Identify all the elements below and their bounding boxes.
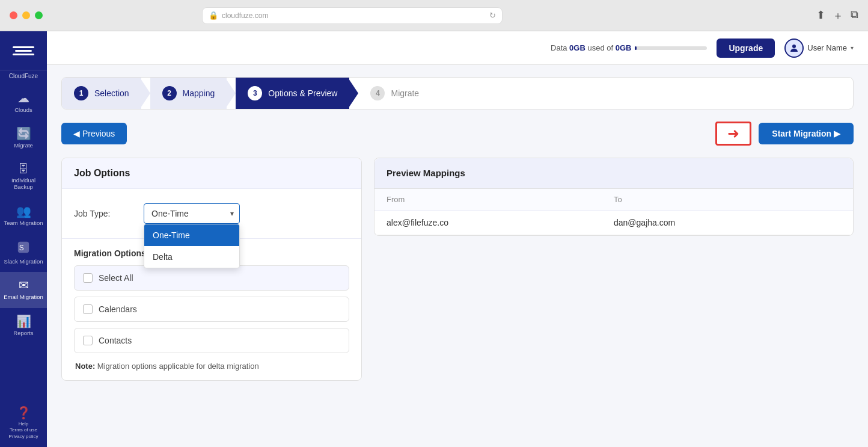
step-options-preview[interactable]: 3 Options & Preview — [236, 78, 349, 109]
tab-overview-icon[interactable]: ⧉ — [851, 8, 858, 23]
page-body: 1 Selection 2 Mapping 3 Options & Previe… — [47, 65, 868, 447]
data-usage: Data 0GB used of 0GB — [551, 43, 707, 52]
calendars-row[interactable]: Calendars — [74, 297, 349, 322]
data-usage-text: Data 0GB used of 0GB — [551, 43, 631, 52]
usage-fill — [635, 46, 636, 50]
traffic-light-yellow[interactable] — [22, 11, 30, 19]
start-migration-button[interactable]: Start Migration ▶ — [759, 123, 854, 144]
share-icon[interactable]: ⬆ — [816, 8, 825, 23]
svg-text:S: S — [19, 244, 24, 252]
job-options-title: Job Options — [74, 168, 130, 178]
step-3-number: 3 — [248, 86, 262, 100]
data-used: 0GB — [569, 43, 585, 52]
cloudfuze-logo — [11, 40, 35, 61]
stepper: 1 Selection 2 Mapping 3 Options & Previe… — [61, 77, 854, 109]
sidebar-item-migrate[interactable]: 🔄 Migrate — [0, 120, 47, 156]
col-from: From — [387, 195, 614, 204]
user-avatar — [784, 39, 804, 58]
step-mapping[interactable]: 2 Mapping — [150, 78, 227, 109]
data-total: 0GB — [616, 43, 632, 52]
sidebar-item-team-migration[interactable]: 👥 Team Migration — [0, 198, 47, 233]
app-header: Data 0GB used of 0GB Upgrade User Name ▾ — [47, 31, 868, 65]
select-all-row[interactable]: Select All — [74, 265, 349, 291]
job-type-row: Job Type: One-Time Delta ▾ On — [74, 203, 349, 224]
upgrade-button[interactable]: Upgrade — [717, 39, 775, 58]
dropdown-option-one-time[interactable]: One-Time — [144, 224, 239, 246]
add-tab-icon[interactable]: ＋ — [833, 8, 843, 23]
traffic-light-green[interactable] — [35, 11, 43, 19]
sidebar-item-help[interactable]: ❓ HelpTerms of usePrivacy policy — [0, 399, 47, 447]
slack-migration-icon: S — [17, 241, 30, 256]
sidebar-item-reports[interactable]: 📊 Reports — [0, 308, 47, 344]
previous-button[interactable]: ◀ Previous — [61, 123, 127, 144]
calendars-label: Calendars — [99, 304, 137, 314]
step-1-number: 1 — [74, 86, 88, 100]
select-all-label: Select All — [99, 273, 133, 283]
start-migration-wrapper: ➜ Start Migration ▶ — [715, 122, 854, 146]
preview-to-0: dan@gajha.com — [614, 218, 841, 227]
reports-label: Reports — [13, 330, 33, 336]
right-panel: Preview Mappings From To alex@filefuze.c… — [374, 158, 854, 381]
select-all-checkbox[interactable] — [83, 273, 93, 283]
cloudfuze-label: CloudFuze — [9, 70, 38, 85]
arrow-right-icon: ➜ — [727, 125, 739, 142]
team-migration-label: Team Migration — [4, 220, 43, 226]
step-1-label: Selection — [94, 88, 129, 98]
job-type-select-wrapper: One-Time Delta ▾ One-Time Delta — [144, 203, 240, 224]
app-container: CloudFuze ☁ Clouds 🔄 Migrate 🗄 Individua… — [0, 31, 868, 447]
window-actions: ⬆ ＋ ⧉ — [816, 8, 858, 23]
individual-backup-icon: 🗄 — [18, 164, 29, 174]
sidebar-item-clouds[interactable]: ☁ Clouds — [0, 85, 47, 120]
address-text: cloudfuze.com — [222, 11, 486, 20]
job-type-select[interactable]: One-Time Delta — [144, 203, 240, 224]
help-icon: ❓ — [16, 407, 31, 419]
migrate-label: Migrate — [14, 142, 33, 149]
contacts-checkbox[interactable] — [83, 336, 93, 345]
reports-icon: 📊 — [16, 315, 31, 327]
step-arrow-3 — [349, 79, 358, 108]
preview-mappings-header: Preview Mappings — [374, 158, 853, 189]
sidebar-item-individual-backup[interactable]: 🗄 Individual Backup — [0, 156, 47, 198]
contacts-label: Contacts — [99, 336, 132, 345]
content-row: Job Options Job Type: One-Time Delta — [61, 158, 854, 381]
left-panel: Job Options Job Type: One-Time Delta — [61, 158, 362, 381]
step-migrate[interactable]: 4 Migrate — [358, 78, 431, 109]
step-4-number: 4 — [370, 86, 385, 100]
migration-note: Note: Migration options applicable for d… — [74, 362, 349, 371]
job-options-card: Job Options Job Type: One-Time Delta — [61, 158, 362, 381]
help-label: HelpTerms of usePrivacy policy — [9, 421, 38, 440]
note-bold: Note: — [75, 362, 95, 371]
user-dropdown-chevron: ▾ — [851, 45, 854, 51]
preview-mappings-title: Preview Mappings — [387, 168, 465, 178]
sidebar-item-slack-migration[interactable]: S Slack Migration — [0, 233, 47, 272]
step-3-label: Options & Preview — [268, 88, 337, 98]
user-badge[interactable]: User Name ▾ — [784, 39, 854, 58]
migrate-icon: 🔄 — [16, 128, 31, 140]
usage-bar — [635, 46, 707, 50]
main-content: Data 0GB used of 0GB Upgrade User Name ▾ — [47, 31, 868, 447]
email-migration-icon: ✉ — [19, 279, 29, 291]
nav-row: ◀ Previous ➜ Start Migration ▶ — [61, 122, 854, 146]
step-2-label: Mapping — [183, 88, 215, 98]
svg-point-2 — [792, 45, 796, 48]
job-options-header: Job Options — [62, 158, 361, 189]
sidebar-logo — [0, 31, 47, 70]
sidebar-item-email-migration[interactable]: ✉ Email Migration — [0, 272, 47, 307]
clouds-icon: ☁ — [17, 92, 29, 104]
step-selection[interactable]: 1 Selection — [62, 78, 141, 109]
slack-migration-label: Slack Migration — [4, 258, 43, 265]
preview-row-0: alex@filefuze.co dan@gajha.com — [374, 211, 853, 235]
job-type-label: Job Type: — [74, 209, 134, 218]
clouds-label: Clouds — [14, 106, 32, 113]
arrow-indicator: ➜ — [715, 122, 751, 146]
contacts-row[interactable]: Contacts — [74, 328, 349, 353]
calendars-checkbox[interactable] — [83, 304, 93, 314]
job-type-dropdown[interactable]: One-Time Delta — [144, 224, 240, 268]
window-chrome: 🔒 cloudfuze.com ↻ ⬆ ＋ ⧉ — [0, 0, 868, 31]
team-migration-icon: 👥 — [16, 205, 31, 217]
traffic-light-red[interactable] — [10, 11, 17, 19]
col-to: To — [614, 195, 841, 204]
preview-from-0: alex@filefuze.co — [387, 218, 614, 227]
dropdown-option-delta[interactable]: Delta — [144, 246, 239, 268]
step-2-number: 2 — [162, 86, 177, 100]
